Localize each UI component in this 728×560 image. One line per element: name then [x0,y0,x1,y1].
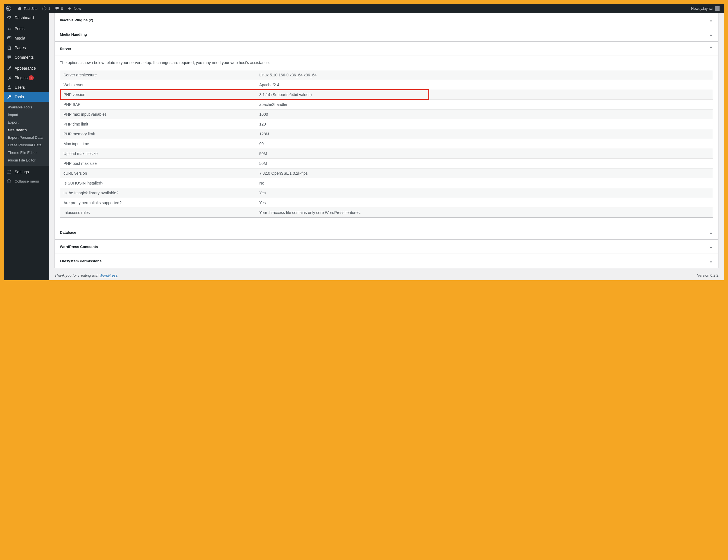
sidebar-item-label: Settings [15,170,29,174]
sidebar-item-plugins[interactable]: Plugins1 [4,73,49,83]
server-row-label: Server architecture [60,70,256,80]
submenu-item-theme-file-editor[interactable]: Theme File Editor [4,149,49,157]
sidebar-item-label: Users [15,85,25,90]
pin-icon [7,26,12,31]
submenu-item-site-health[interactable]: Site Health [4,126,49,134]
accordion-wp-constants: WordPress Constants ⌄ [55,239,718,254]
chevron-down-icon: ⌄ [709,244,713,250]
submenu-item-import[interactable]: Import [4,111,49,119]
avatar-placeholder-icon [715,6,720,11]
server-row-value: Apache/2.4 [256,80,713,90]
accordion-title: Inactive Plugins (2) [60,18,93,22]
collapse-icon [7,179,12,183]
submenu-item-plugin-file-editor[interactable]: Plugin File Editor [4,157,49,164]
accordion-title: Filesystem Permissions [60,259,101,263]
accordion-inactive-plugins: Inactive Plugins (2) ⌄ [55,13,718,27]
submenu-item-erase-personal-data[interactable]: Erase Personal Data [4,141,49,149]
accordion-database: Database ⌄ [55,225,718,240]
server-row-3: PHP SAPIapache2handler [60,100,713,110]
collapse-menu-button[interactable]: Collapse menu [4,177,49,186]
server-row-label: .htaccess rules [60,208,256,218]
sidebar-item-media[interactable]: Media [4,33,49,43]
sidebar-item-label: Posts [15,26,24,31]
admin-footer: Thank you for creating with WordPress. V… [55,268,718,280]
updates-link[interactable]: 1 [40,4,53,13]
user-display-name: iuyhwt [703,6,713,11]
accordion-toggle-wp-constants[interactable]: WordPress Constants ⌄ [55,240,718,254]
server-row-11: Is SUHOSIN installed?No [60,178,713,188]
server-row-7: Max input time90 [60,139,713,149]
wrench-icon [7,94,12,99]
server-row-0: Server architectureLinux 5.10.166-0.x86_… [60,70,713,80]
server-row-6: PHP memory limit128M [60,129,713,139]
server-row-value: 7.82.0 OpenSSL/1.0.2k-fips [256,169,713,178]
server-row-value: Yes [256,188,713,198]
howdy-prefix: Howdy, [691,6,703,11]
server-row-value: Yes [256,198,713,208]
brush-icon [7,66,12,71]
accordion-toggle-media-handling[interactable]: Media Handling ⌄ [55,27,718,41]
submenu-item-export[interactable]: Export [4,119,49,126]
footer-thanks-prefix: Thank you for creating with [55,273,100,278]
sidebar-item-label: Plugins [15,76,28,80]
pages-icon [7,45,12,50]
comments-link[interactable]: 0 [53,4,65,13]
site-name-link[interactable]: Test Site [15,4,40,13]
wordpress-org-link[interactable]: WordPress [100,273,117,278]
sidebar-item-comments[interactable]: Comments [4,53,49,62]
server-row-value: Your .htaccess file contains only core W… [256,208,713,218]
accordion-toggle-database[interactable]: Database ⌄ [55,225,718,239]
server-row-label: Are pretty permalinks supported? [60,198,256,208]
sidebar-item-users[interactable]: Users [4,83,49,92]
new-content-label: New [74,6,81,11]
accordion-toggle-server[interactable]: Server ⌃ [55,42,718,56]
server-row-value: 1000 [256,110,713,119]
sidebar-item-settings[interactable]: Settings [4,167,49,177]
admin-sidebar: DashboardPostsMediaPagesCommentsAppearan… [4,13,49,280]
sidebar-item-label: Pages [15,46,26,50]
sidebar-item-posts[interactable]: Posts [4,24,49,33]
wp-logo-menu[interactable] [4,4,15,13]
chevron-down-icon: ⌄ [709,31,713,37]
sidebar-item-tools[interactable]: Tools [4,92,49,102]
svg-point-1 [8,85,10,87]
server-row-9: PHP post max size50M [60,159,713,169]
my-account-link[interactable]: Howdy, iuyhwt [689,4,722,13]
new-content-link[interactable]: New [65,4,83,13]
sidebar-item-dashboard[interactable]: Dashboard [4,13,49,22]
sidebar-item-label: Media [15,36,25,40]
server-info-table: Server architectureLinux 5.10.166-0.x86_… [60,70,713,218]
accordion-toggle-fs-permissions[interactable]: Filesystem Permissions ⌄ [55,254,718,268]
server-row-value: 50M [256,159,713,169]
server-row-value: 50M [256,149,713,159]
content-area: Inactive Plugins (2) ⌄ Media Handling ⌄ … [49,13,724,280]
user-icon [7,85,12,90]
accordion-toggle-inactive-plugins[interactable]: Inactive Plugins (2) ⌄ [55,13,718,27]
submenu-item-available-tools[interactable]: Available Tools [4,103,49,111]
server-row-value: No [256,178,713,188]
server-section-description: The options shown below relate to your s… [60,60,713,65]
updates-count: 1 [48,6,50,11]
sidebar-item-appearance[interactable]: Appearance [4,64,49,73]
footer-thanks-suffix: . [117,273,119,278]
accordion-title: Server [60,47,71,51]
server-row-label: PHP SAPI [60,100,256,110]
server-row-value: 8.1.14 (Supports 64bit values) [256,90,713,100]
server-row-label: Is SUHOSIN installed? [60,178,256,188]
server-row-4: PHP max input variables1000 [60,110,713,119]
submenu-item-export-personal-data[interactable]: Export Personal Data [4,134,49,141]
sidebar-item-pages[interactable]: Pages [4,43,49,53]
server-row-label: PHP post max size [60,159,256,169]
server-row-label: Is the Imagick library available? [60,188,256,198]
wp-version-label: Version 6.2.2 [697,273,718,278]
accordion-title: WordPress Constants [60,245,98,249]
server-row-value: 120 [256,119,713,129]
sidebar-item-label: Comments [15,55,34,60]
comments-count: 0 [61,6,63,11]
server-row-13: Are pretty permalinks supported?Yes [60,198,713,208]
chevron-down-icon: ⌄ [709,17,713,23]
accordion-title: Database [60,230,76,235]
accordion-title: Media Handling [60,32,87,37]
sliders-icon [7,169,12,175]
dashboard-icon [7,15,12,20]
